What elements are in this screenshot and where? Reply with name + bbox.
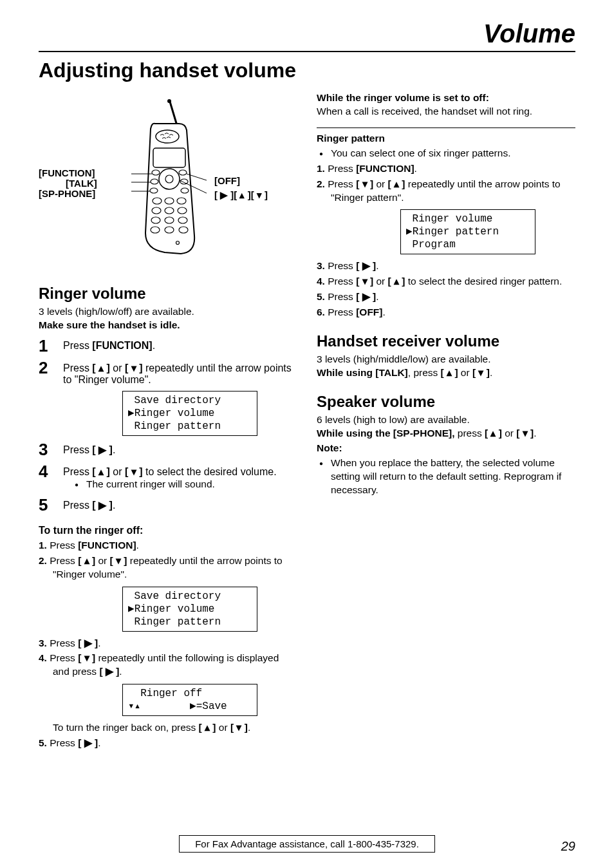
down-key: [ ▾ ] <box>356 178 373 189</box>
right-key: [ ▶ ] <box>92 444 113 455</box>
up-key: [ ▴ ] <box>92 363 110 373</box>
off-step-3: 3. Press [ ▶ ]. <box>39 637 297 650</box>
ringer-idle-text: Make sure the handset is idle. <box>39 319 297 332</box>
function-key: [FUNCTION] <box>356 163 414 174</box>
right-key: [ ▶ ] <box>99 666 119 677</box>
handset-illustration <box>120 98 216 259</box>
ringer-volume-heading: Ringer volume <box>39 285 297 303</box>
footer: For Fax Advantage assistance, call 1-800… <box>0 835 614 853</box>
svg-point-6 <box>152 170 160 175</box>
down-key: [ ▾ ] <box>356 276 373 287</box>
pattern-step-4: 4. Press [ ▾ ] or [ ▴ ] to select the de… <box>317 275 575 288</box>
note-heading: Note: <box>317 442 575 455</box>
step-number: 2 <box>39 359 54 376</box>
svg-point-13 <box>165 198 174 204</box>
up-key: [ ▴ ] <box>388 178 405 189</box>
label-arrows: [ ▶ ][ ▴ ][ ▾ ] <box>214 189 268 201</box>
right-key: [ ▶ ] <box>78 637 98 648</box>
svg-point-22 <box>165 227 174 233</box>
svg-point-12 <box>153 198 162 204</box>
speaker-instruction: While using the [SP-PHONE], press [ ▴ ] … <box>317 427 575 440</box>
right-key: [ ▶ ] <box>356 291 376 302</box>
ringer-off-heading: To turn the ringer off: <box>39 525 297 536</box>
up-key: [ ▴ ] <box>78 555 95 566</box>
receiver-volume-heading: Handset receiver volume <box>317 332 575 350</box>
step-1: 1 Press [FUNCTION]. <box>39 337 297 354</box>
pattern-step-6: 6. Press [OFF]. <box>317 306 575 319</box>
up-key: [ ▴ ] <box>441 367 458 378</box>
label-off: [OFF] <box>214 175 240 186</box>
sp-phone-key: [SP-PHONE] <box>393 428 452 439</box>
step-number: 1 <box>39 337 54 354</box>
down-key: [ ▾ ] <box>110 555 127 566</box>
off-step-1: 1. Press [FUNCTION]. <box>39 539 297 552</box>
page-number: 29 <box>561 839 575 854</box>
while-off-text: When a call is received, the handset wil… <box>317 105 575 118</box>
function-key: [FUNCTION] <box>92 340 152 351</box>
label-function: [FUNCTION] <box>39 167 95 178</box>
lcd-display-1: Save directory ▶Ringer volume Ringer pat… <box>122 391 257 436</box>
speaker-volume-heading: Speaker volume <box>317 393 575 411</box>
svg-point-20 <box>178 217 187 223</box>
up-key: [ ▴ ] <box>199 722 216 733</box>
svg-point-21 <box>151 227 160 233</box>
right-key: [ ▶ ] <box>78 737 98 748</box>
pattern-step-2: 2. Press [ ▾ ] or [ ▴ ] repeatedly until… <box>317 178 575 205</box>
off-key: [OFF] <box>356 307 382 317</box>
ringer-levels-text: 3 levels (high/low/off) are available. <box>39 305 297 319</box>
lcd-display-pattern: Ringer volume ▶Ringer pattern Program <box>400 209 535 254</box>
step-number: 5 <box>39 496 54 513</box>
down-key: [ ▾ ] <box>230 722 248 733</box>
svg-point-1 <box>167 99 171 103</box>
left-column: [FUNCTION] [TALK] [SP-PHONE] [OFF] [ ▶ ]… <box>39 91 297 752</box>
right-column: While the ringer volume is set to off: W… <box>317 91 575 752</box>
talk-key: [TALK] <box>375 367 408 378</box>
right-key: [ ▶ ] <box>356 260 376 271</box>
up-key: [ ▴ ] <box>485 428 502 439</box>
page-title: Volume <box>39 19 575 48</box>
svg-point-14 <box>177 198 186 204</box>
ringer-back-on: To turn the ringer back on, press [ ▴ ] … <box>39 721 297 735</box>
receiver-levels-text: 3 levels (high/middle/low) are available… <box>317 353 575 366</box>
receiver-instruction: While using [TALK], press [ ▴ ] or [ ▾ ]… <box>317 366 575 380</box>
pattern-step-5: 5. Press [ ▶ ]. <box>317 290 575 304</box>
lcd-display-2: Save directory ▶Ringer volume Ringer pat… <box>122 587 257 632</box>
footer-text: For Fax Advantage assistance, call 1-800… <box>179 835 435 853</box>
off-step-4: 4. Press [ ▾ ] repeatedly until the foll… <box>39 652 297 679</box>
handset-diagram: [FUNCTION] [TALK] [SP-PHONE] [OFF] [ ▶ ]… <box>39 98 297 265</box>
svg-point-11 <box>181 188 189 193</box>
down-key: [ ▾ ] <box>125 363 143 373</box>
speaker-levels-text: 6 levels (high to low) are available. <box>317 413 575 427</box>
svg-point-17 <box>178 207 187 214</box>
step-number: 3 <box>39 441 54 458</box>
off-step-5: 5. Press [ ▶ ]. <box>39 737 297 750</box>
label-sp-phone: [SP-PHONE] <box>39 188 95 199</box>
svg-rect-3 <box>153 148 185 167</box>
svg-point-16 <box>165 207 174 214</box>
up-key: [ ▴ ] <box>388 276 405 287</box>
svg-point-23 <box>179 227 188 233</box>
step-4-bullet: The current ringer will sound. <box>63 478 297 491</box>
step-4: 4 Press [ ▴ ] or [ ▾ ] to select the des… <box>39 463 297 491</box>
down-key: [ ▾ ] <box>472 367 490 378</box>
svg-point-19 <box>165 217 174 223</box>
pattern-bullet: You can select one of six ringer pattern… <box>317 147 575 160</box>
svg-point-7 <box>179 170 187 175</box>
svg-point-10 <box>150 188 158 193</box>
off-step-2: 2. Press [ ▴ ] or [ ▾ ] repeatedly until… <box>39 554 297 581</box>
svg-point-8 <box>151 179 158 184</box>
step-2: 2 Press [ ▴ ] or [ ▾ ] repeatedly until … <box>39 359 297 386</box>
up-key: [ ▴ ] <box>92 466 110 477</box>
section-title: Adjusting handset volume <box>39 59 575 82</box>
title-divider <box>39 51 575 52</box>
down-key: [ ▾ ] <box>516 428 534 439</box>
note-bullet: When you replace the battery, the select… <box>317 457 575 497</box>
down-key: [ ▾ ] <box>125 466 143 477</box>
svg-point-18 <box>151 217 160 223</box>
lcd-display-3: Ringer off ▾▴ ▶=Save <box>122 684 257 716</box>
svg-point-15 <box>152 207 161 214</box>
pattern-step-3: 3. Press [ ▶ ]. <box>317 259 575 273</box>
step-3: 3 Press [ ▶ ]. <box>39 441 297 458</box>
down-key: [ ▾ ] <box>78 652 95 663</box>
function-key: [FUNCTION] <box>78 540 136 551</box>
